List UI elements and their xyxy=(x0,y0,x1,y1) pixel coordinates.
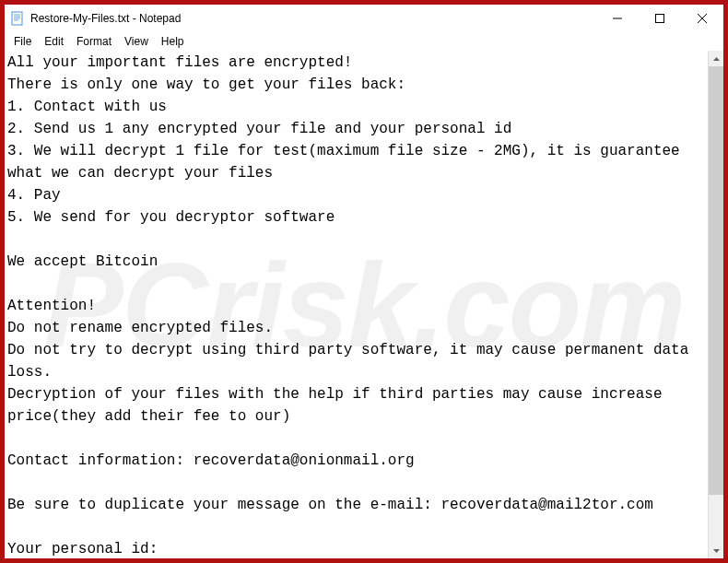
notepad-window: Restore-My-Files.txt - Notepad File Edit… xyxy=(5,5,723,558)
window-controls xyxy=(596,5,723,32)
menu-file[interactable]: File xyxy=(8,34,37,49)
menubar: File Edit Format View Help xyxy=(5,32,723,51)
editor-area: PCrisk.com All your important files are … xyxy=(5,51,723,558)
scroll-thumb[interactable] xyxy=(709,66,723,495)
vertical-scrollbar[interactable] xyxy=(708,51,723,558)
text-editor[interactable]: All your important files are encrypted! … xyxy=(5,51,708,558)
scroll-up-arrow[interactable] xyxy=(709,51,723,66)
menu-help[interactable]: Help xyxy=(156,34,190,49)
menu-format[interactable]: Format xyxy=(71,34,117,49)
window-title: Restore-My-Files.txt - Notepad xyxy=(30,12,596,25)
scroll-down-arrow[interactable] xyxy=(709,543,723,558)
minimize-button[interactable] xyxy=(596,5,639,32)
notepad-icon xyxy=(10,11,25,26)
close-button[interactable] xyxy=(681,5,723,32)
menu-view[interactable]: View xyxy=(119,34,154,49)
svg-rect-6 xyxy=(656,15,664,23)
maximize-button[interactable] xyxy=(639,5,681,32)
menu-edit[interactable]: Edit xyxy=(39,34,69,49)
titlebar[interactable]: Restore-My-Files.txt - Notepad xyxy=(5,5,723,32)
scroll-track[interactable] xyxy=(709,66,723,543)
